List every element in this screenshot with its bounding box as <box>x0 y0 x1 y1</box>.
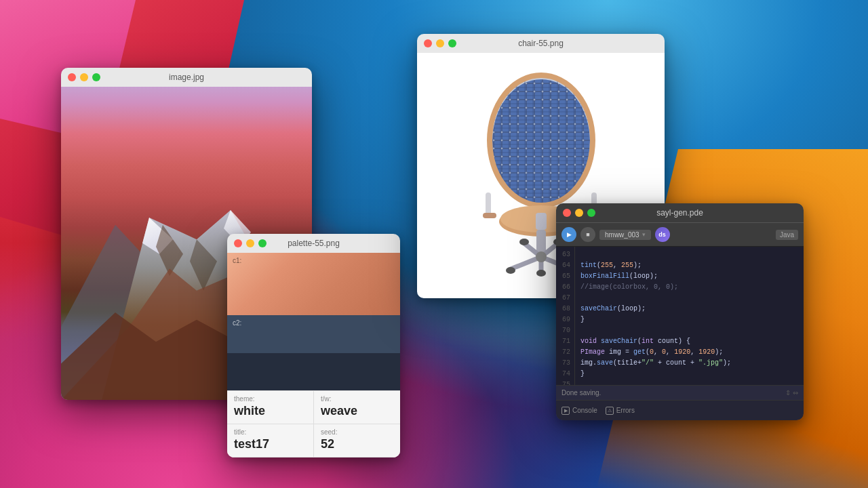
svg-rect-40 <box>483 213 496 218</box>
palette-tw-cell: t/w: weave <box>314 391 400 424</box>
code-scroll-icons: ⇕ ⇔ <box>785 389 798 396</box>
stop-button[interactable]: ■ <box>580 227 595 242</box>
palette-swatch-3 <box>227 353 400 390</box>
close-button[interactable] <box>68 73 76 81</box>
palette-theme-cell: theme: white <box>227 391 314 424</box>
code-text-area[interactable]: tint(255, 255); boxFinalFill(loop); //im… <box>575 247 804 385</box>
console-label: Console <box>572 407 597 414</box>
swatch-1-label: c1: <box>233 257 241 264</box>
code-line <box>580 249 798 260</box>
minimize-button[interactable] <box>80 73 88 81</box>
palette-info-row-2: title: test17 seed: 52 <box>227 424 400 458</box>
close-button[interactable] <box>563 209 571 217</box>
code-line: boxFinalFill(loop); <box>580 271 798 282</box>
image-jpg-title: image.jpg <box>169 73 204 82</box>
minimize-button[interactable] <box>436 39 444 47</box>
svg-rect-45 <box>536 213 547 230</box>
tw-value: weave <box>321 404 393 418</box>
image-jpg-buttons <box>68 73 100 81</box>
chair-buttons <box>424 39 456 47</box>
play-button[interactable]: ▶ <box>561 227 576 242</box>
theme-value: white <box>234 404 307 418</box>
code-lang-badge: Java <box>776 230 798 240</box>
palette-buttons <box>234 239 267 247</box>
palette-seed-cell: seed: 52 <box>314 424 400 457</box>
maximize-button[interactable] <box>587 209 595 217</box>
code-line-numbers: 63 64 65 66 67 68 69 70 71 72 73 74 75 7… <box>556 247 575 385</box>
seed-label: seed: <box>321 428 393 436</box>
warning-icon: ⚠ <box>606 407 614 415</box>
svg-point-56 <box>536 270 546 277</box>
palette-window: palette-55.png c1: c2: theme: white t/w:… <box>227 234 400 458</box>
code-file-tab[interactable]: hmww_003 ▾ <box>599 230 651 240</box>
code-line: tint(255, 255); <box>580 260 798 271</box>
code-line: img.save(title+"/" + count + ".jpg"); <box>580 358 798 369</box>
code-toolbar: ▶ ■ hmww_003 ▾ ds Java <box>556 222 804 247</box>
minimize-button[interactable] <box>575 209 583 217</box>
maximize-button[interactable] <box>448 39 456 47</box>
maximize-button[interactable] <box>92 73 100 81</box>
palette-info-row-1: theme: white t/w: weave <box>227 391 400 424</box>
chair-title: chair-55.png <box>518 39 564 48</box>
code-user-avatar: ds <box>655 227 670 242</box>
close-button[interactable] <box>234 239 242 247</box>
tw-label: t/w: <box>321 395 393 403</box>
code-line: saveChair(loop); <box>580 304 798 314</box>
code-console-bar: ▶ Console ⚠ Errors <box>556 400 804 420</box>
code-status-text: Done saving. <box>561 389 601 396</box>
svg-point-52 <box>506 267 515 274</box>
console-icon: ▶ <box>561 407 570 415</box>
chair-titlebar: chair-55.png <box>417 34 665 53</box>
maximize-button[interactable] <box>258 239 267 247</box>
svg-rect-46 <box>536 230 546 253</box>
code-editor: 63 64 65 66 67 68 69 70 71 72 73 74 75 7… <box>556 247 804 385</box>
seed-value: 52 <box>321 437 393 451</box>
code-titlebar: sayl-gen.pde <box>556 203 804 222</box>
errors-tab[interactable]: ⚠ Errors <box>606 407 635 415</box>
palette-swatch-2: c2: <box>227 315 400 352</box>
code-line: void saveChair(int count) { <box>580 336 798 347</box>
code-line <box>580 380 798 385</box>
svg-point-53 <box>519 239 529 245</box>
title-label: title: <box>234 428 307 436</box>
code-line: } <box>580 314 798 325</box>
palette-content: c1: c2: theme: white t/w: weave title: <box>227 253 400 458</box>
code-title: sayl-gen.pde <box>656 208 703 218</box>
image-jpg-titlebar: image.jpg <box>61 68 312 87</box>
console-tab[interactable]: ▶ Console <box>561 407 597 415</box>
palette-info: theme: white t/w: weave title: test17 se… <box>227 390 400 458</box>
code-status-bar: Done saving. ⇕ ⇔ <box>556 385 804 400</box>
palette-title-cell: title: test17 <box>227 424 314 457</box>
code-line: PImage img = get(0, 0, 1920, 1920); <box>580 347 798 358</box>
svg-rect-39 <box>486 192 491 216</box>
svg-point-57 <box>536 251 547 262</box>
palette-titlebar: palette-55.png <box>227 234 400 253</box>
code-line: //image(colorbox, 0, 0); <box>580 282 798 293</box>
errors-label: Errors <box>616 407 635 414</box>
palette-swatch-1: c1: <box>227 253 400 315</box>
minimize-button[interactable] <box>246 239 254 247</box>
title-value: test17 <box>234 437 307 451</box>
code-buttons <box>563 209 595 217</box>
close-button[interactable] <box>424 39 432 47</box>
theme-label: theme: <box>234 395 307 403</box>
palette-title: palette-55.png <box>288 239 340 248</box>
code-window: sayl-gen.pde ▶ ■ hmww_003 ▾ ds Java 63 6… <box>556 203 804 420</box>
code-line <box>580 293 798 304</box>
swatch-2-label: c2: <box>233 319 241 327</box>
code-line <box>580 325 798 336</box>
code-line: } <box>580 369 798 380</box>
